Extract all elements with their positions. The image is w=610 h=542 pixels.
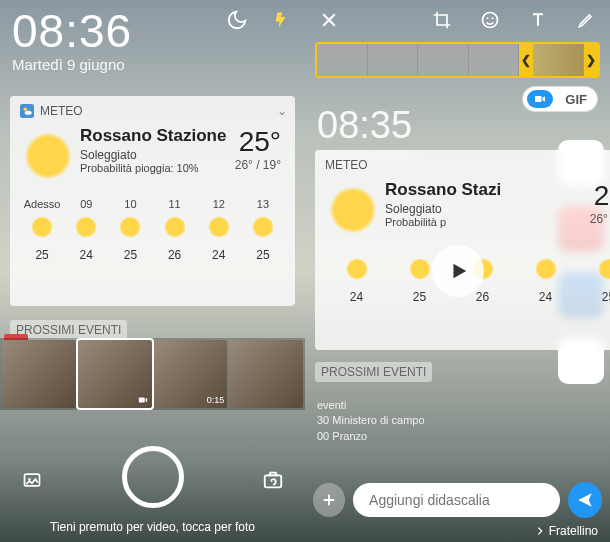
weather-location: Rossano Stazione xyxy=(80,126,235,146)
hourly-forecast: Adesso25 0924 1025 1126 1224 1325 xyxy=(20,198,285,262)
hour-temp: 25 xyxy=(413,290,426,304)
events-detail: eventi 30 Ministero di campo 00 Pranzo xyxy=(317,398,425,444)
svg-point-9 xyxy=(492,17,494,19)
hour-label: 10 xyxy=(124,198,136,210)
camera-flip-button[interactable] xyxy=(259,466,287,494)
send-button[interactable] xyxy=(568,482,602,518)
chevron-right-icon xyxy=(535,526,545,536)
camera-controls: Tieni premuto per video, tocca per foto xyxy=(0,426,305,542)
thumbnail-selected[interactable] xyxy=(78,340,152,408)
weather-range: 26° / 19° xyxy=(590,212,610,226)
weather-range: 26° / 19° xyxy=(235,158,281,172)
thumbnail[interactable] xyxy=(229,340,303,408)
crop-icon[interactable] xyxy=(428,6,456,34)
weather-widget: METEO ⌄ Rossano Stazione Soleggiato Prob… xyxy=(10,96,295,306)
video-mode-icon[interactable] xyxy=(527,90,553,108)
upcoming-events-label: PROSSIMI EVENTI xyxy=(315,362,432,382)
svg-rect-3 xyxy=(138,398,144,403)
sun-icon xyxy=(119,216,141,238)
video-badge-icon xyxy=(137,395,149,405)
sun-icon xyxy=(24,132,72,180)
sun-icon xyxy=(252,216,274,238)
close-icon[interactable] xyxy=(315,6,343,34)
caption-input[interactable] xyxy=(353,483,560,517)
video-edit-screen: ❮ ❯ GIF 08:35 Martedì 9 giugno METEO Ros… xyxy=(305,0,610,542)
sun-icon xyxy=(329,186,377,234)
gif-mode-label[interactable]: GIF xyxy=(559,92,593,107)
gallery-button[interactable] xyxy=(18,466,46,494)
weather-condition: Soleggiato xyxy=(385,202,590,216)
weather-app-icon xyxy=(20,104,34,118)
svg-point-2 xyxy=(25,111,32,115)
hour-temp: 24 xyxy=(539,290,552,304)
trim-handle-right[interactable]: ❯ xyxy=(584,44,598,76)
hour-temp: 25 xyxy=(35,248,48,262)
lock-clock: 08:36 xyxy=(12,8,132,54)
play-button[interactable] xyxy=(432,245,484,297)
sun-icon xyxy=(208,216,230,238)
hour-temp: 25 xyxy=(256,248,269,262)
hour-label: 12 xyxy=(213,198,225,210)
weather-location: Rossano Stazi xyxy=(385,180,590,200)
hour-temp: 24 xyxy=(80,248,93,262)
camera-capture-screen: 08:36 Martedì 9 giugno METEO ⌄ Rossano S… xyxy=(0,0,305,542)
svg-point-8 xyxy=(487,17,489,19)
video-trim-timeline[interactable]: ❮ ❯ xyxy=(315,42,600,78)
status-overlay: 08:36 xyxy=(0,0,305,56)
hour-temp: 25 xyxy=(602,290,610,304)
widget-label: METEO xyxy=(40,104,83,118)
hour-temp: 26 xyxy=(168,248,181,262)
hour-temp: 26 xyxy=(476,290,489,304)
events-line: 00 Pranzo xyxy=(317,429,425,444)
sun-icon xyxy=(346,258,368,280)
caption-bar xyxy=(305,482,610,518)
thumbnail[interactable] xyxy=(2,340,76,408)
sun-icon xyxy=(598,258,611,280)
svg-point-7 xyxy=(483,13,498,28)
camera-hint: Tieni premuto per video, tocca per foto xyxy=(0,520,305,534)
weather-temp: 25° xyxy=(235,126,281,158)
weather-temp: 25° xyxy=(590,180,610,212)
hour-label: 13 xyxy=(257,198,269,210)
hour-temp: 25 xyxy=(124,248,137,262)
weather-probability: Probabilità pioggia: 10% xyxy=(80,162,235,174)
hour-label: 09 xyxy=(80,198,92,210)
add-media-button[interactable] xyxy=(313,483,345,517)
svg-rect-6 xyxy=(265,475,282,487)
sun-icon xyxy=(75,216,97,238)
lock-date: Martedì 9 giugno xyxy=(12,56,125,73)
weather-probability: Probabilità p xyxy=(385,216,590,228)
lock-clock: 08:35 xyxy=(317,104,415,147)
editor-toolbar xyxy=(305,0,610,40)
draw-icon[interactable] xyxy=(572,6,600,34)
recipient-chip[interactable]: Fratellino xyxy=(535,524,598,538)
emoji-icon[interactable] xyxy=(476,6,504,34)
svg-point-1 xyxy=(24,108,28,112)
widget-label: METEO xyxy=(325,158,368,172)
thumbnail[interactable]: 0:15 xyxy=(154,340,228,408)
shutter-button[interactable] xyxy=(122,446,184,508)
media-thumbnail-strip[interactable]: 0:15 xyxy=(0,338,305,410)
hour-label: Adesso xyxy=(24,198,61,210)
svg-rect-10 xyxy=(535,96,542,102)
weather-condition: Soleggiato xyxy=(80,148,235,162)
events-line: 30 Ministero di campo xyxy=(317,413,425,428)
sun-icon xyxy=(31,216,53,238)
sun-icon xyxy=(535,258,557,280)
text-tool-icon[interactable] xyxy=(524,6,552,34)
video-gif-toggle[interactable]: GIF xyxy=(522,86,598,112)
events-title: eventi xyxy=(317,398,425,413)
hour-label: 11 xyxy=(168,198,180,210)
chevron-down-icon[interactable]: ⌄ xyxy=(277,104,287,118)
sun-icon xyxy=(409,258,431,280)
video-duration: 0:15 xyxy=(207,395,225,405)
trim-handle-left[interactable]: ❮ xyxy=(519,44,533,76)
hour-temp: 24 xyxy=(350,290,363,304)
sun-icon xyxy=(164,216,186,238)
recipient-name: Fratellino xyxy=(549,524,598,538)
hour-temp: 24 xyxy=(212,248,225,262)
